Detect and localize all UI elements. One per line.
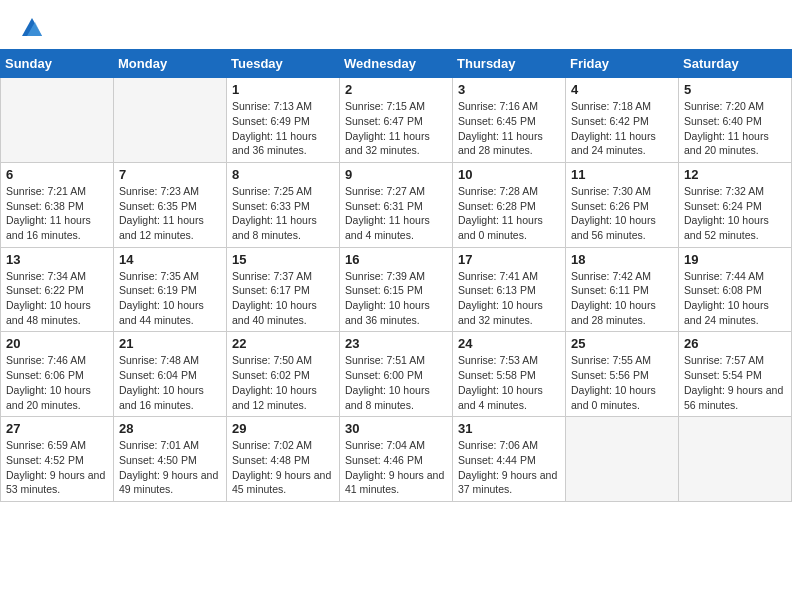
calendar-cell: 20Sunrise: 7:46 AM Sunset: 6:06 PM Dayli… <box>1 332 114 417</box>
calendar-cell: 17Sunrise: 7:41 AM Sunset: 6:13 PM Dayli… <box>453 247 566 332</box>
calendar-cell: 19Sunrise: 7:44 AM Sunset: 6:08 PM Dayli… <box>679 247 792 332</box>
calendar-cell: 25Sunrise: 7:55 AM Sunset: 5:56 PM Dayli… <box>566 332 679 417</box>
calendar-cell: 12Sunrise: 7:32 AM Sunset: 6:24 PM Dayli… <box>679 162 792 247</box>
calendar-cell: 4Sunrise: 7:18 AM Sunset: 6:42 PM Daylig… <box>566 78 679 163</box>
calendar-cell <box>1 78 114 163</box>
day-info: Sunrise: 7:53 AM Sunset: 5:58 PM Dayligh… <box>458 353 560 412</box>
day-info: Sunrise: 7:42 AM Sunset: 6:11 PM Dayligh… <box>571 269 673 328</box>
calendar-cell: 31Sunrise: 7:06 AM Sunset: 4:44 PM Dayli… <box>453 417 566 502</box>
day-info: Sunrise: 7:25 AM Sunset: 6:33 PM Dayligh… <box>232 184 334 243</box>
day-of-week-header: Saturday <box>679 50 792 78</box>
day-number: 23 <box>345 336 447 351</box>
day-of-week-header: Friday <box>566 50 679 78</box>
day-number: 16 <box>345 252 447 267</box>
day-info: Sunrise: 7:34 AM Sunset: 6:22 PM Dayligh… <box>6 269 108 328</box>
day-info: Sunrise: 7:46 AM Sunset: 6:06 PM Dayligh… <box>6 353 108 412</box>
calendar-week-row: 13Sunrise: 7:34 AM Sunset: 6:22 PM Dayli… <box>1 247 792 332</box>
day-info: Sunrise: 7:44 AM Sunset: 6:08 PM Dayligh… <box>684 269 786 328</box>
day-number: 28 <box>119 421 221 436</box>
day-number: 24 <box>458 336 560 351</box>
day-number: 9 <box>345 167 447 182</box>
day-number: 31 <box>458 421 560 436</box>
day-number: 29 <box>232 421 334 436</box>
day-of-week-header: Wednesday <box>340 50 453 78</box>
calendar-cell: 23Sunrise: 7:51 AM Sunset: 6:00 PM Dayli… <box>340 332 453 417</box>
day-info: Sunrise: 7:32 AM Sunset: 6:24 PM Dayligh… <box>684 184 786 243</box>
day-number: 22 <box>232 336 334 351</box>
calendar-cell <box>114 78 227 163</box>
day-number: 13 <box>6 252 108 267</box>
day-number: 1 <box>232 82 334 97</box>
day-info: Sunrise: 7:51 AM Sunset: 6:00 PM Dayligh… <box>345 353 447 412</box>
day-info: Sunrise: 7:02 AM Sunset: 4:48 PM Dayligh… <box>232 438 334 497</box>
calendar-cell: 27Sunrise: 6:59 AM Sunset: 4:52 PM Dayli… <box>1 417 114 502</box>
day-info: Sunrise: 7:48 AM Sunset: 6:04 PM Dayligh… <box>119 353 221 412</box>
calendar-cell: 5Sunrise: 7:20 AM Sunset: 6:40 PM Daylig… <box>679 78 792 163</box>
day-number: 11 <box>571 167 673 182</box>
calendar-cell: 9Sunrise: 7:27 AM Sunset: 6:31 PM Daylig… <box>340 162 453 247</box>
day-number: 5 <box>684 82 786 97</box>
day-number: 3 <box>458 82 560 97</box>
calendar: SundayMondayTuesdayWednesdayThursdayFrid… <box>0 49 792 502</box>
day-info: Sunrise: 7:06 AM Sunset: 4:44 PM Dayligh… <box>458 438 560 497</box>
calendar-cell: 22Sunrise: 7:50 AM Sunset: 6:02 PM Dayli… <box>227 332 340 417</box>
calendar-cell: 24Sunrise: 7:53 AM Sunset: 5:58 PM Dayli… <box>453 332 566 417</box>
day-of-week-header: Thursday <box>453 50 566 78</box>
calendar-cell: 11Sunrise: 7:30 AM Sunset: 6:26 PM Dayli… <box>566 162 679 247</box>
day-number: 2 <box>345 82 447 97</box>
day-info: Sunrise: 7:16 AM Sunset: 6:45 PM Dayligh… <box>458 99 560 158</box>
calendar-cell: 16Sunrise: 7:39 AM Sunset: 6:15 PM Dayli… <box>340 247 453 332</box>
calendar-cell: 18Sunrise: 7:42 AM Sunset: 6:11 PM Dayli… <box>566 247 679 332</box>
calendar-cell: 28Sunrise: 7:01 AM Sunset: 4:50 PM Dayli… <box>114 417 227 502</box>
logo <box>20 16 42 41</box>
day-number: 10 <box>458 167 560 182</box>
calendar-cell: 14Sunrise: 7:35 AM Sunset: 6:19 PM Dayli… <box>114 247 227 332</box>
calendar-cell: 1Sunrise: 7:13 AM Sunset: 6:49 PM Daylig… <box>227 78 340 163</box>
calendar-week-row: 1Sunrise: 7:13 AM Sunset: 6:49 PM Daylig… <box>1 78 792 163</box>
day-number: 27 <box>6 421 108 436</box>
calendar-cell: 13Sunrise: 7:34 AM Sunset: 6:22 PM Dayli… <box>1 247 114 332</box>
calendar-cell: 10Sunrise: 7:28 AM Sunset: 6:28 PM Dayli… <box>453 162 566 247</box>
day-info: Sunrise: 7:30 AM Sunset: 6:26 PM Dayligh… <box>571 184 673 243</box>
day-number: 30 <box>345 421 447 436</box>
calendar-cell <box>566 417 679 502</box>
calendar-cell: 29Sunrise: 7:02 AM Sunset: 4:48 PM Dayli… <box>227 417 340 502</box>
calendar-cell: 7Sunrise: 7:23 AM Sunset: 6:35 PM Daylig… <box>114 162 227 247</box>
day-number: 12 <box>684 167 786 182</box>
day-of-week-header: Monday <box>114 50 227 78</box>
day-info: Sunrise: 7:55 AM Sunset: 5:56 PM Dayligh… <box>571 353 673 412</box>
calendar-week-row: 6Sunrise: 7:21 AM Sunset: 6:38 PM Daylig… <box>1 162 792 247</box>
day-info: Sunrise: 7:57 AM Sunset: 5:54 PM Dayligh… <box>684 353 786 412</box>
day-info: Sunrise: 7:39 AM Sunset: 6:15 PM Dayligh… <box>345 269 447 328</box>
calendar-cell: 3Sunrise: 7:16 AM Sunset: 6:45 PM Daylig… <box>453 78 566 163</box>
day-info: Sunrise: 7:35 AM Sunset: 6:19 PM Dayligh… <box>119 269 221 328</box>
day-number: 4 <box>571 82 673 97</box>
day-info: Sunrise: 7:41 AM Sunset: 6:13 PM Dayligh… <box>458 269 560 328</box>
day-number: 7 <box>119 167 221 182</box>
day-number: 25 <box>571 336 673 351</box>
calendar-cell: 21Sunrise: 7:48 AM Sunset: 6:04 PM Dayli… <box>114 332 227 417</box>
calendar-cell: 8Sunrise: 7:25 AM Sunset: 6:33 PM Daylig… <box>227 162 340 247</box>
day-number: 19 <box>684 252 786 267</box>
day-info: Sunrise: 7:50 AM Sunset: 6:02 PM Dayligh… <box>232 353 334 412</box>
day-of-week-header: Tuesday <box>227 50 340 78</box>
day-info: Sunrise: 6:59 AM Sunset: 4:52 PM Dayligh… <box>6 438 108 497</box>
day-info: Sunrise: 7:13 AM Sunset: 6:49 PM Dayligh… <box>232 99 334 158</box>
day-info: Sunrise: 7:23 AM Sunset: 6:35 PM Dayligh… <box>119 184 221 243</box>
day-number: 17 <box>458 252 560 267</box>
day-info: Sunrise: 7:04 AM Sunset: 4:46 PM Dayligh… <box>345 438 447 497</box>
calendar-cell: 30Sunrise: 7:04 AM Sunset: 4:46 PM Dayli… <box>340 417 453 502</box>
calendar-header-row: SundayMondayTuesdayWednesdayThursdayFrid… <box>1 50 792 78</box>
day-info: Sunrise: 7:27 AM Sunset: 6:31 PM Dayligh… <box>345 184 447 243</box>
calendar-cell: 2Sunrise: 7:15 AM Sunset: 6:47 PM Daylig… <box>340 78 453 163</box>
calendar-week-row: 27Sunrise: 6:59 AM Sunset: 4:52 PM Dayli… <box>1 417 792 502</box>
day-info: Sunrise: 7:21 AM Sunset: 6:38 PM Dayligh… <box>6 184 108 243</box>
calendar-cell: 6Sunrise: 7:21 AM Sunset: 6:38 PM Daylig… <box>1 162 114 247</box>
day-number: 6 <box>6 167 108 182</box>
day-info: Sunrise: 7:18 AM Sunset: 6:42 PM Dayligh… <box>571 99 673 158</box>
calendar-week-row: 20Sunrise: 7:46 AM Sunset: 6:06 PM Dayli… <box>1 332 792 417</box>
day-info: Sunrise: 7:37 AM Sunset: 6:17 PM Dayligh… <box>232 269 334 328</box>
day-info: Sunrise: 7:01 AM Sunset: 4:50 PM Dayligh… <box>119 438 221 497</box>
header <box>0 0 792 49</box>
calendar-cell: 26Sunrise: 7:57 AM Sunset: 5:54 PM Dayli… <box>679 332 792 417</box>
